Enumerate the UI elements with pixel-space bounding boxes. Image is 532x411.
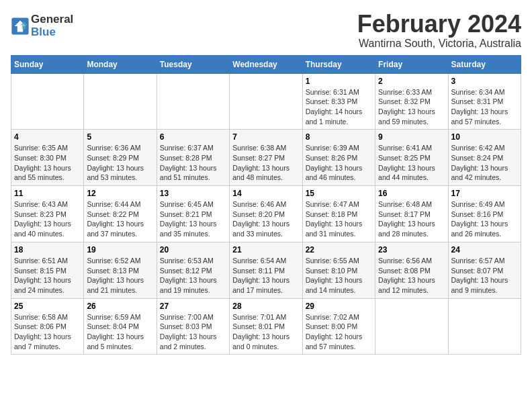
day-info: Sunrise: 6:33 AM Sunset: 8:32 PM Dayligh…: [378, 87, 445, 127]
calendar-cell: 14Sunrise: 6:46 AM Sunset: 8:20 PM Dayli…: [230, 186, 302, 242]
day-info: Sunrise: 6:36 AM Sunset: 8:29 PM Dayligh…: [87, 143, 153, 183]
day-info: Sunrise: 6:39 AM Sunset: 8:26 PM Dayligh…: [306, 143, 372, 183]
day-info: Sunrise: 6:42 AM Sunset: 8:24 PM Dayligh…: [451, 143, 518, 183]
day-info: Sunrise: 6:46 AM Sunset: 8:20 PM Dayligh…: [232, 199, 299, 239]
day-number: 2: [378, 77, 445, 86]
day-info: Sunrise: 6:45 AM Sunset: 8:21 PM Dayligh…: [160, 199, 226, 239]
day-info: Sunrise: 6:44 AM Sunset: 8:22 PM Dayligh…: [87, 199, 153, 239]
day-of-week-header: Tuesday: [157, 55, 229, 73]
day-of-week-header: Saturday: [448, 55, 521, 73]
day-number: 14: [232, 189, 299, 198]
calendar-cell: 28Sunrise: 7:01 AM Sunset: 8:01 PM Dayli…: [230, 298, 302, 355]
calendar-cell: 11Sunrise: 6:43 AM Sunset: 8:23 PM Dayli…: [11, 186, 84, 242]
calendar-cell: 29Sunrise: 7:02 AM Sunset: 8:00 PM Dayli…: [302, 298, 375, 355]
location-title: Wantirna South, Victoria, Australia: [357, 38, 521, 50]
day-number: 21: [232, 245, 299, 255]
calendar-cell: 16Sunrise: 6:48 AM Sunset: 8:17 PM Dayli…: [375, 186, 448, 242]
calendar-cell: [375, 298, 448, 355]
day-info: Sunrise: 6:55 AM Sunset: 8:10 PM Dayligh…: [306, 256, 372, 295]
calendar-week-row: 25Sunrise: 6:58 AM Sunset: 8:06 PM Dayli…: [11, 298, 521, 355]
day-info: Sunrise: 6:34 AM Sunset: 8:31 PM Dayligh…: [451, 87, 518, 127]
calendar-body: 1Sunrise: 6:31 AM Sunset: 8:33 PM Daylig…: [11, 73, 521, 355]
day-info: Sunrise: 6:49 AM Sunset: 8:16 PM Dayligh…: [451, 199, 518, 239]
day-info: Sunrise: 6:31 AM Sunset: 8:33 PM Dayligh…: [306, 87, 372, 127]
calendar-week-row: 1Sunrise: 6:31 AM Sunset: 8:33 PM Daylig…: [11, 73, 521, 130]
day-number: 16: [378, 189, 445, 198]
calendar-week-row: 18Sunrise: 6:51 AM Sunset: 8:15 PM Dayli…: [11, 242, 521, 298]
calendar-cell: 4Sunrise: 6:35 AM Sunset: 8:30 PM Daylig…: [11, 130, 84, 186]
calendar-cell: [448, 298, 521, 355]
calendar-cell: 13Sunrise: 6:45 AM Sunset: 8:21 PM Dayli…: [157, 186, 229, 242]
day-number: 3: [451, 77, 518, 86]
day-number: 5: [87, 132, 153, 142]
header: General Blue February 2024 Wantirna Sout…: [11, 11, 521, 50]
calendar-cell: [230, 73, 302, 130]
day-of-week-header: Monday: [84, 55, 157, 73]
day-of-week-header: Thursday: [302, 55, 375, 73]
day-of-week-header: Sunday: [11, 55, 84, 73]
day-number: 24: [451, 245, 518, 255]
calendar-cell: [11, 73, 84, 130]
calendar-week-row: 4Sunrise: 6:35 AM Sunset: 8:30 PM Daylig…: [11, 130, 521, 186]
calendar-table: SundayMondayTuesdayWednesdayThursdayFrid…: [11, 55, 521, 355]
calendar-cell: 10Sunrise: 6:42 AM Sunset: 8:24 PM Dayli…: [448, 130, 521, 186]
day-info: Sunrise: 7:02 AM Sunset: 8:00 PM Dayligh…: [306, 312, 372, 352]
calendar-cell: 8Sunrise: 6:39 AM Sunset: 8:26 PM Daylig…: [302, 130, 375, 186]
day-info: Sunrise: 6:41 AM Sunset: 8:25 PM Dayligh…: [378, 143, 445, 183]
calendar-cell: [157, 73, 229, 130]
day-number: 9: [378, 132, 445, 142]
day-info: Sunrise: 6:54 AM Sunset: 8:11 PM Dayligh…: [232, 256, 299, 295]
day-number: 20: [160, 245, 226, 255]
calendar-week-row: 11Sunrise: 6:43 AM Sunset: 8:23 PM Dayli…: [11, 186, 521, 242]
calendar-cell: 26Sunrise: 6:59 AM Sunset: 8:04 PM Dayli…: [84, 298, 157, 355]
calendar-cell: 27Sunrise: 7:00 AM Sunset: 8:03 PM Dayli…: [157, 298, 229, 355]
day-info: Sunrise: 6:58 AM Sunset: 8:06 PM Dayligh…: [14, 312, 81, 352]
day-info: Sunrise: 6:48 AM Sunset: 8:17 PM Dayligh…: [378, 199, 445, 239]
calendar-cell: 6Sunrise: 6:37 AM Sunset: 8:28 PM Daylig…: [157, 130, 229, 186]
calendar-cell: 12Sunrise: 6:44 AM Sunset: 8:22 PM Dayli…: [84, 186, 157, 242]
day-info: Sunrise: 6:43 AM Sunset: 8:23 PM Dayligh…: [14, 199, 81, 239]
logo: General Blue: [11, 13, 73, 38]
calendar-cell: 2Sunrise: 6:33 AM Sunset: 8:32 PM Daylig…: [375, 73, 448, 130]
calendar-cell: 1Sunrise: 6:31 AM Sunset: 8:33 PM Daylig…: [302, 73, 375, 130]
day-number: 1: [306, 77, 372, 86]
day-number: 22: [306, 245, 372, 255]
day-number: 27: [160, 302, 226, 311]
calendar-cell: 20Sunrise: 6:53 AM Sunset: 8:12 PM Dayli…: [157, 242, 229, 298]
day-number: 11: [14, 189, 81, 198]
day-of-week-header: Friday: [375, 55, 448, 73]
day-number: 19: [87, 245, 153, 255]
day-number: 8: [306, 132, 372, 142]
logo-general: General: [31, 13, 73, 26]
calendar-cell: 7Sunrise: 6:38 AM Sunset: 8:27 PM Daylig…: [230, 130, 302, 186]
calendar-cell: 17Sunrise: 6:49 AM Sunset: 8:16 PM Dayli…: [448, 186, 521, 242]
day-info: Sunrise: 6:52 AM Sunset: 8:13 PM Dayligh…: [87, 256, 153, 295]
day-info: Sunrise: 7:01 AM Sunset: 8:01 PM Dayligh…: [232, 312, 299, 352]
calendar-cell: 15Sunrise: 6:47 AM Sunset: 8:18 PM Dayli…: [302, 186, 375, 242]
day-number: 4: [14, 132, 81, 142]
day-number: 17: [451, 189, 518, 198]
day-number: 26: [87, 302, 153, 311]
day-info: Sunrise: 6:59 AM Sunset: 8:04 PM Dayligh…: [87, 312, 153, 352]
day-number: 13: [160, 189, 226, 198]
calendar-cell: 5Sunrise: 6:36 AM Sunset: 8:29 PM Daylig…: [84, 130, 157, 186]
day-info: Sunrise: 6:37 AM Sunset: 8:28 PM Dayligh…: [160, 143, 226, 183]
day-info: Sunrise: 6:53 AM Sunset: 8:12 PM Dayligh…: [160, 256, 226, 295]
day-number: 10: [451, 132, 518, 142]
day-number: 29: [306, 302, 372, 311]
day-number: 23: [378, 245, 445, 255]
day-number: 18: [14, 245, 81, 255]
calendar-cell: 24Sunrise: 6:57 AM Sunset: 8:07 PM Dayli…: [448, 242, 521, 298]
day-number: 25: [14, 302, 81, 311]
day-number: 15: [306, 189, 372, 198]
calendar-cell: 25Sunrise: 6:58 AM Sunset: 8:06 PM Dayli…: [11, 298, 84, 355]
day-number: 6: [160, 132, 226, 142]
day-number: 12: [87, 189, 153, 198]
calendar-cell: 3Sunrise: 6:34 AM Sunset: 8:31 PM Daylig…: [448, 73, 521, 130]
day-info: Sunrise: 6:35 AM Sunset: 8:30 PM Dayligh…: [14, 143, 81, 183]
calendar-cell: 23Sunrise: 6:56 AM Sunset: 8:08 PM Dayli…: [375, 242, 448, 298]
day-info: Sunrise: 6:57 AM Sunset: 8:07 PM Dayligh…: [451, 256, 518, 295]
calendar-cell: 9Sunrise: 6:41 AM Sunset: 8:25 PM Daylig…: [375, 130, 448, 186]
day-info: Sunrise: 6:51 AM Sunset: 8:15 PM Dayligh…: [14, 256, 81, 295]
logo-blue: Blue: [31, 26, 73, 39]
